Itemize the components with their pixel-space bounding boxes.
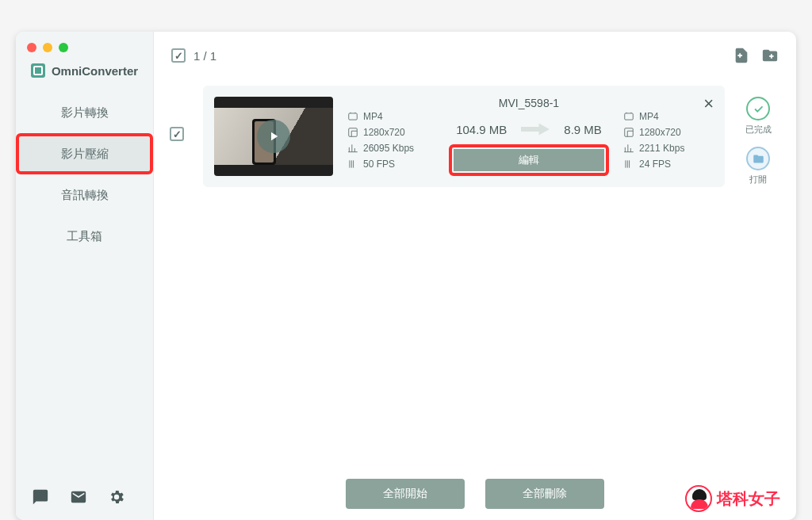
open-label: 打開	[749, 174, 767, 185]
source-format: MP4	[363, 111, 383, 122]
nav-label: 影片轉換	[61, 105, 109, 120]
check-circle-icon	[746, 97, 770, 120]
source-meta: MP4 1280x720 26095 Kbps 50 FPS	[347, 97, 435, 176]
maximize-window-button[interactable]	[59, 43, 68, 52]
size-before: 104.9 MB	[456, 123, 507, 136]
close-window-button[interactable]	[27, 43, 36, 52]
selection-counter: 1 / 1	[193, 49, 216, 63]
svg-rect-1	[349, 128, 358, 137]
watermark-text: 塔科女子	[717, 488, 780, 510]
minimize-window-button[interactable]	[43, 43, 52, 52]
watermark-avatar-icon	[685, 485, 712, 512]
size-comparison: 104.9 MB 8.9 MB	[456, 122, 602, 136]
svg-rect-2	[625, 113, 634, 120]
source-resolution: 1280x720	[363, 127, 405, 138]
source-fps: 50 FPS	[363, 159, 395, 170]
sidebar-item-video-compress[interactable]: 影片壓縮	[16, 133, 153, 174]
file-name: MVI_5598-1	[499, 97, 559, 109]
sidebar-item-audio-convert[interactable]: 音訊轉換	[16, 174, 153, 216]
settings-icon[interactable]	[108, 488, 125, 506]
side-actions: 已完成 打開	[736, 86, 780, 185]
start-all-button[interactable]: 全部開始	[346, 479, 465, 509]
size-after: 8.9 MB	[564, 123, 602, 136]
edit-highlight: 編輯	[449, 144, 609, 176]
edit-button[interactable]: 編輯	[454, 149, 604, 171]
edit-label: 編輯	[519, 153, 539, 167]
file-middle: MVI_5598-1 104.9 MB 8.9 MB 編輯	[449, 97, 609, 176]
window-controls	[27, 43, 68, 52]
select-all-checkbox[interactable]	[171, 48, 186, 63]
nav-label: 工具箱	[67, 229, 102, 244]
sidebar: OmniConverter 影片轉換 影片壓縮 音訊轉換 工具箱	[16, 32, 154, 520]
open-action[interactable]: 打開	[746, 147, 770, 185]
done-label: 已完成	[745, 124, 772, 136]
sidebar-item-video-convert[interactable]: 影片轉換	[16, 92, 153, 133]
main-area: 1 / 1 × MP4 1280x720	[154, 32, 796, 520]
file-card: × MP4 1280x720 26095 Kbps 50 FPS MVI_559…	[203, 86, 725, 187]
sidebar-nav: 影片轉換 影片壓縮 音訊轉換 工具箱	[16, 92, 153, 257]
file-list: × MP4 1280x720 26095 Kbps 50 FPS MVI_559…	[154, 79, 796, 520]
target-resolution: 1280x720	[639, 127, 681, 138]
sidebar-item-toolbox[interactable]: 工具箱	[16, 216, 153, 257]
remove-file-button[interactable]: ×	[703, 94, 714, 114]
video-thumbnail[interactable]	[214, 97, 333, 176]
app-name: OmniConverter	[52, 64, 138, 78]
topbar: 1 / 1	[154, 32, 796, 79]
app-brand: OmniConverter	[16, 32, 153, 92]
target-fps: 24 FPS	[639, 159, 671, 170]
add-file-icon[interactable]	[733, 47, 750, 64]
target-bitrate: 2211 Kbps	[639, 143, 684, 154]
arrow-right-icon	[521, 122, 550, 136]
folder-circle-icon	[746, 147, 770, 170]
add-folder-icon[interactable]	[761, 47, 779, 64]
start-all-label: 全部開始	[383, 487, 427, 499]
done-action[interactable]: 已完成	[745, 97, 772, 136]
watermark-badge: 塔科女子	[685, 485, 780, 512]
mail-icon[interactable]	[70, 488, 87, 506]
feedback-icon[interactable]	[32, 488, 49, 506]
app-logo-icon	[31, 63, 45, 78]
target-format: MP4	[639, 111, 659, 122]
play-icon	[257, 120, 290, 153]
svg-rect-3	[625, 128, 634, 137]
source-bitrate: 26095 Kbps	[363, 143, 414, 154]
sidebar-footer	[16, 474, 153, 520]
target-meta: MP4 1280x720 2211 Kbps 24 FPS	[623, 97, 710, 176]
nav-label: 影片壓縮	[61, 147, 109, 162]
row-checkbox[interactable]	[170, 127, 184, 141]
svg-rect-0	[349, 113, 358, 120]
delete-all-button[interactable]: 全部刪除	[485, 479, 604, 509]
delete-all-label: 全部刪除	[523, 487, 567, 499]
nav-label: 音訊轉換	[61, 188, 109, 203]
app-window: OmniConverter 影片轉換 影片壓縮 音訊轉換 工具箱 1 / 1	[16, 32, 796, 520]
